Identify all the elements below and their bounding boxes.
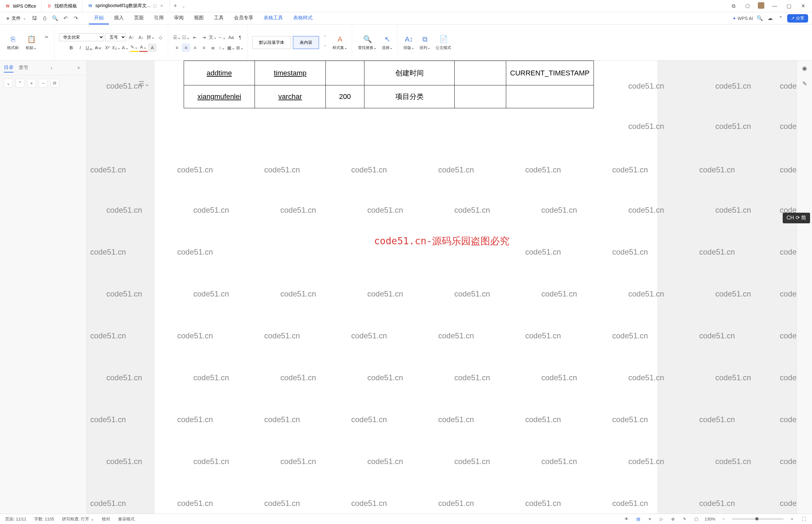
table-handle-icon[interactable]: ☰⌄ [138, 80, 150, 88]
table-cell[interactable]: 项目分类 [364, 85, 455, 108]
bold-icon[interactable]: B [67, 44, 76, 52]
table-cell[interactable] [506, 85, 594, 108]
style-set-button[interactable]: A 样式集⌄ [331, 33, 349, 52]
increase-indent-icon[interactable]: ⇥ [200, 33, 208, 42]
line-spacing-icon[interactable]: ↕⌄ [218, 44, 226, 52]
tab-wps-office[interactable]: W WPS Office [0, 0, 42, 12]
menu-page[interactable]: 页面 [129, 12, 149, 24]
close-icon[interactable]: × [159, 3, 164, 9]
search-icon[interactable]: 🔍 [756, 15, 763, 22]
sidebar-tab-chapter[interactable]: 章节 [19, 64, 28, 72]
page-indicator[interactable]: 页面: 11/11 [5, 516, 27, 522]
tab-docer-templates[interactable]: D 找稻壳模板 [42, 0, 82, 12]
subscript-icon[interactable]: X₂⌄ [112, 44, 120, 52]
web-layout-icon[interactable]: ⊕ [670, 516, 676, 522]
char-scale-icon[interactable]: ↔⌄ [218, 33, 226, 42]
find-replace-button[interactable]: 🔍 查找替换⌄ [357, 33, 378, 52]
format-painter-button[interactable]: ⎘ 格式刷 [6, 33, 20, 52]
window-restore-icon[interactable]: ⧉ [730, 2, 737, 10]
table-cell[interactable]: 创建时间 [364, 61, 455, 85]
font-family-select[interactable]: 华文仿宋 [59, 33, 104, 41]
share-button[interactable]: ↗ 分享 [787, 14, 808, 22]
focus-icon[interactable]: ▢ [693, 516, 699, 522]
font-size-select[interactable]: 五号 [105, 33, 126, 41]
table-cell[interactable] [455, 85, 506, 108]
menu-tools[interactable]: 工具 [209, 12, 229, 24]
add-icon[interactable]: + [27, 79, 36, 88]
close-window-icon[interactable]: ✕ [799, 2, 807, 10]
phonetic-icon[interactable]: 拼⌄ [147, 33, 155, 42]
align-left-icon[interactable]: ≡ [173, 44, 181, 52]
read-mode-icon[interactable]: ▷ [658, 516, 665, 522]
style-scroll-down-icon[interactable]: ˇ [321, 43, 329, 52]
table-row[interactable]: xiangmufenlei varchar 200 项目分类 [184, 85, 594, 108]
align-justify-icon[interactable]: ≡ [200, 44, 208, 52]
collapse-ribbon-icon[interactable]: ⌃ [777, 15, 784, 22]
file-menu[interactable]: ≡ 文件 ⌄ [4, 14, 28, 22]
sidebar-tab-toc[interactable]: 目录 [4, 63, 14, 72]
zoom-thumb[interactable] [755, 517, 759, 521]
clear-format-icon[interactable]: ◇ [156, 33, 165, 42]
menu-table-tools[interactable]: 表格工具 [259, 12, 288, 24]
superscript-icon[interactable]: X² [103, 44, 112, 52]
refresh-icon[interactable]: ⟳ [50, 79, 59, 88]
strikethrough-icon[interactable]: A⌄ [94, 44, 102, 52]
document-table[interactable]: addtime timestamp 创建时间 CURRENT_TIMESTAMP… [184, 61, 594, 108]
compat-mode-status[interactable]: 兼容模式 [118, 516, 135, 522]
menu-home[interactable]: 开始 [89, 12, 109, 24]
bullet-list-icon[interactable]: ☰⌄ [173, 33, 181, 42]
select-button[interactable]: ↖ 选择⌄ [381, 33, 394, 52]
wps-ai-button[interactable]: ✦ WPS AI [732, 16, 753, 21]
decrease-font-icon[interactable]: A↓ [137, 33, 145, 42]
avatar-icon[interactable] [758, 2, 764, 9]
sort-button[interactable]: ⧉ 排列⌄ [418, 33, 432, 52]
chevron-right-icon[interactable]: › [51, 65, 52, 71]
close-sidebar-icon[interactable]: × [75, 65, 83, 71]
zoom-level[interactable]: 130% [705, 517, 715, 521]
edit-icon[interactable]: ✎ [681, 516, 688, 522]
tab-menu-dropdown[interactable]: ⌄ [182, 4, 185, 9]
spell-check-status[interactable]: 拼写检查: 打开 ⌄ [62, 516, 94, 522]
table-cell[interactable]: xiangmufenlei [184, 85, 255, 108]
increase-font-icon[interactable]: A↑ [127, 33, 136, 42]
zoom-slider[interactable] [732, 519, 784, 520]
menu-member[interactable]: 会员专享 [229, 12, 259, 24]
table-cell[interactable]: addtime [184, 61, 255, 85]
table-cell[interactable]: varchar [255, 85, 326, 108]
table-cell[interactable]: timestamp [255, 61, 326, 85]
undo-icon[interactable]: ↶ [62, 15, 69, 22]
align-right-icon[interactable]: ≡ [191, 44, 199, 52]
remove-icon[interactable]: − [39, 79, 48, 88]
maximize-icon[interactable]: ▢ [785, 2, 793, 10]
arrange-button[interactable]: A↕ 排版⌄ [402, 33, 416, 52]
doc-mode-button[interactable]: 📄 公文模式 [434, 33, 452, 52]
align-center-icon[interactable]: ≡ [182, 44, 190, 52]
table-cell[interactable]: CURRENT_TIMESTAMP [506, 61, 594, 85]
style-scroll-up-icon[interactable]: ˆ [321, 33, 329, 42]
cube-icon[interactable]: ⬡ [744, 2, 751, 10]
font-color-icon[interactable]: A⌄ [139, 44, 148, 52]
table-cell[interactable]: 200 [326, 85, 364, 108]
redo-icon[interactable]: ↷ [72, 15, 79, 22]
show-marks-icon[interactable]: ¶ [236, 33, 244, 42]
eye-icon[interactable]: 👁 [624, 516, 630, 522]
save-icon[interactable]: 🖫 [31, 15, 38, 22]
zoom-out-icon[interactable]: − [720, 516, 727, 522]
table-cell[interactable] [455, 61, 506, 85]
paste-button[interactable]: 📋 粘贴⌄ [24, 33, 38, 52]
char-shading-icon[interactable]: A [148, 44, 156, 52]
cut-icon[interactable]: ✂ [43, 33, 51, 41]
cloud-icon[interactable]: ☁ [766, 15, 774, 22]
rsb-tools-icon[interactable]: ✎ [797, 76, 812, 92]
style-default-paragraph[interactable]: 默认段落字体 [252, 36, 291, 49]
ime-indicator[interactable]: CH ⟳ 简 [783, 213, 810, 223]
italic-icon[interactable]: I [76, 44, 84, 52]
decrease-indent-icon[interactable]: ⇤ [191, 33, 199, 42]
page-view-icon[interactable]: ▤ [635, 516, 642, 522]
fullscreen-icon[interactable]: ⛶ [800, 516, 807, 522]
borders-icon[interactable]: ⊞⌄ [236, 44, 244, 52]
number-list-icon[interactable]: ☷⌄ [182, 33, 190, 42]
menu-table-styles[interactable]: 表格样式 [288, 12, 318, 24]
menu-insert[interactable]: 插入 [109, 12, 129, 24]
zoom-in-icon[interactable]: + [789, 516, 795, 522]
